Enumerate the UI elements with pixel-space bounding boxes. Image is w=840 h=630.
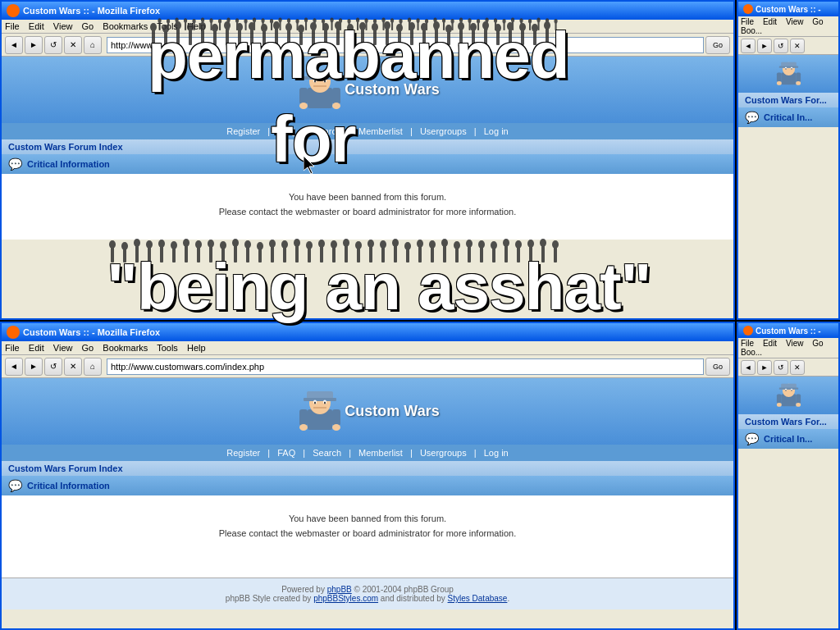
menu-edit-bl[interactable]: Edit (29, 343, 44, 353)
svg-point-36 (299, 424, 308, 431)
comment-icon-bottom-left: 💬 (8, 479, 22, 492)
phpbbstyles-link[interactable]: phpBBStyles.com (313, 594, 378, 603)
stop-button-bl[interactable]: ✕ (64, 358, 82, 376)
menu-file-r[interactable]: File (741, 17, 754, 26)
menubar-top-right[interactable]: File Edit View Go Boo... (738, 16, 838, 37)
stop-btn-r[interactable]: ✕ (790, 39, 805, 53)
menu-go-br[interactable]: Go (812, 339, 823, 348)
menu-file-br[interactable]: File (741, 339, 754, 348)
svg-point-19 (785, 68, 786, 70)
breadcrumb-link-bl[interactable]: Custom Wars Forum Index (8, 463, 123, 473)
nav-login[interactable]: Log in (484, 126, 509, 136)
nav-usergroups[interactable]: Usergroups (420, 126, 467, 136)
forward-button-bl[interactable]: ► (25, 358, 43, 376)
nav-register[interactable]: Register (226, 126, 260, 136)
firefox-icon-bl (7, 326, 20, 339)
breadcrumb-top-left[interactable]: Custom Wars Forum Index (2, 139, 733, 154)
menu-go[interactable]: Go (82, 21, 94, 31)
back-btn-br[interactable]: ◄ (741, 360, 756, 375)
nav-faq-bl[interactable]: FAQ (277, 448, 295, 458)
svg-rect-28 (304, 398, 336, 401)
menu-file[interactable]: File (5, 21, 20, 31)
nav-login-bl[interactable]: Log in (484, 448, 509, 458)
go-button-bl[interactable]: Go (705, 358, 730, 376)
forum-bottom-right: Custom Wars For... 💬 Critical In... (738, 377, 838, 449)
address-bar-top-left[interactable] (107, 37, 704, 53)
breadcrumb-link-r[interactable]: Custom Wars For... (745, 95, 827, 105)
ban-message-top-left: You have been banned from this forum. Pl… (2, 174, 733, 240)
svg-rect-16 (778, 66, 797, 67)
menu-tools-bl[interactable]: Tools (157, 343, 178, 353)
reload-btn-br[interactable]: ↺ (774, 360, 788, 375)
menu-go-r[interactable]: Go (812, 17, 823, 26)
stop-btn-br[interactable]: ✕ (790, 360, 805, 375)
nav-faq[interactable]: FAQ (277, 126, 295, 136)
menu-help[interactable]: Help (187, 21, 206, 31)
ban-line1-bottom-left: You have been banned from this forum. (18, 512, 717, 527)
menu-view[interactable]: View (53, 21, 73, 31)
styles-db-link[interactable]: Styles Database (448, 594, 508, 603)
section-header-bottom-right: 💬 Critical In... (738, 429, 838, 449)
svg-point-20 (791, 68, 792, 70)
nav-register-bl[interactable]: Register (226, 448, 260, 458)
menu-edit-br[interactable]: Edit (763, 339, 777, 348)
menu-edit-r[interactable]: Edit (763, 17, 777, 26)
menu-tools[interactable]: Tools (157, 21, 178, 31)
breadcrumb-link-br[interactable]: Custom Wars For... (745, 417, 827, 427)
home-button[interactable]: ⌂ (84, 36, 102, 54)
svg-point-7 (324, 80, 326, 83)
menubar-bottom-left[interactable]: File Edit View Go Bookmarks Tools Help (2, 341, 733, 355)
titlebar-top-right: Custom Wars :: - (738, 2, 838, 16)
menu-go-bl[interactable]: Go (82, 343, 94, 353)
forum-title-top-left: Custom Wars (345, 81, 439, 98)
ban-line1-top-left: You have been banned from this forum. (18, 190, 717, 205)
menu-edit[interactable]: Edit (29, 21, 44, 31)
fwd-btn-r[interactable]: ► (757, 39, 772, 53)
reload-button[interactable]: ↺ (44, 36, 62, 54)
nav-search-bl[interactable]: Search (313, 448, 341, 458)
footer-line1: Powered by phpBB Powered by phpBB © 2001… (8, 585, 727, 594)
back-button[interactable]: ◄ (5, 36, 23, 54)
forum-top-left: Custom Wars Register | FAQ | Search | Me… (2, 57, 733, 240)
reload-btn-r[interactable]: ↺ (774, 39, 788, 53)
menu-bk-r[interactable]: Boo... (741, 26, 762, 35)
menubar-top-left[interactable]: File Edit View Go Bookmarks Tools Help (2, 20, 733, 34)
phpbb-link[interactable]: phpBB (327, 585, 352, 594)
address-bar-bottom-left[interactable] (107, 358, 704, 375)
section-header-bottom-left: 💬 Critical Information (2, 476, 733, 495)
nav-bar-bottom-left[interactable]: Register | FAQ | Search | Memberlist | U… (2, 445, 733, 461)
menu-help-bl[interactable]: Help (187, 343, 206, 353)
menu-bookmarks-bl[interactable]: Bookmarks (103, 343, 148, 353)
svg-point-11 (299, 103, 308, 109)
svg-point-48 (776, 403, 781, 407)
back-btn-r[interactable]: ◄ (741, 39, 756, 53)
breadcrumb-link[interactable]: Custom Wars Forum Index (8, 142, 123, 152)
reload-button-bl[interactable]: ↺ (44, 358, 62, 376)
nav-memberlist[interactable]: Memberlist (358, 126, 403, 136)
nav-search[interactable]: Search (313, 126, 341, 136)
svg-point-12 (332, 103, 340, 109)
menu-view-br[interactable]: View (786, 339, 804, 348)
window-title-top-right: Custom Wars :: - (756, 5, 821, 14)
menubar-bottom-right[interactable]: File Edit View Go Boo... (738, 338, 838, 358)
forum-header-bottom-left: Custom Wars (2, 378, 733, 445)
breadcrumb-bottom-left[interactable]: Custom Wars Forum Index (2, 461, 733, 476)
fwd-btn-br[interactable]: ► (757, 360, 772, 375)
back-button-bl[interactable]: ◄ (5, 358, 23, 376)
menu-file-bl[interactable]: File (5, 343, 20, 353)
stop-button[interactable]: ✕ (64, 36, 82, 54)
home-button-bl[interactable]: ⌂ (84, 358, 102, 376)
section-header-top-left: 💬 Critical Information (2, 154, 733, 174)
firefox-icon-br (743, 326, 753, 336)
toolbar-bottom-right: ◄ ► ↺ ✕ (738, 358, 838, 377)
menu-bookmarks[interactable]: Bookmarks (103, 21, 148, 31)
nav-bar-top-left[interactable]: Register | FAQ | Search | Memberlist | U… (2, 123, 733, 139)
svg-rect-34 (299, 409, 308, 426)
menu-bk-br[interactable]: Boo... (741, 348, 762, 357)
menu-view-r[interactable]: View (786, 17, 804, 26)
go-button[interactable]: Go (705, 36, 730, 54)
forward-button[interactable]: ► (25, 36, 43, 54)
nav-usergroups-bl[interactable]: Usergroups (420, 448, 467, 458)
nav-memberlist-bl[interactable]: Memberlist (358, 448, 403, 458)
menu-view-bl[interactable]: View (53, 343, 73, 353)
